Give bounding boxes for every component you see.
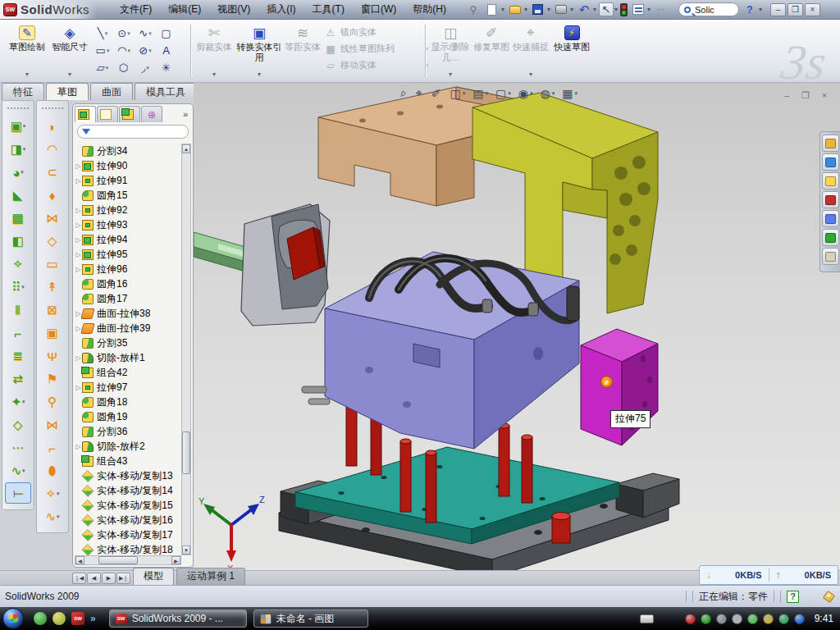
tree-filter-input[interactable] (77, 125, 189, 139)
tray-icon[interactable] (685, 614, 696, 624)
model-base-step-right[interactable] (616, 473, 679, 518)
restore-button[interactable]: ❐ (788, 3, 803, 16)
tool-button[interactable]: ▭ (37, 253, 68, 276)
offset-entities-button[interactable]: ≋ 等距实体 (284, 22, 322, 80)
headsup-icon[interactable]: ⌕ (400, 86, 409, 100)
feature-tree-item[interactable]: 圆角17 (75, 291, 181, 306)
tag-icon[interactable] (823, 590, 835, 602)
tray-icon[interactable] (747, 614, 758, 624)
tool-button[interactable]: ⊠ (37, 299, 68, 322)
status-help-icon[interactable]: ? (787, 591, 799, 603)
tool-button[interactable]: ∿▾ (2, 459, 34, 482)
tool-button[interactable]: ✧▾ (37, 482, 68, 505)
ribbon-tab[interactable]: 特征 (2, 83, 44, 102)
move-entities-button[interactable]: ▱ 移动实体 ▾ (325, 59, 428, 71)
tool-button[interactable]: ◇ (37, 230, 68, 253)
dimxpertmanager-tab[interactable]: ⊕ (141, 106, 162, 122)
search-icon[interactable] (684, 7, 691, 13)
tray-icon[interactable] (732, 614, 742, 624)
input-keyboard-icon[interactable] (640, 614, 654, 623)
task-pane-button[interactable] (822, 248, 839, 265)
tab-scroll-button[interactable]: ◀ (87, 573, 101, 584)
taskbar-window-paint[interactable]: 未命名 - 画图 (253, 609, 368, 628)
tool-button[interactable]: ↟ (37, 276, 68, 299)
tool-button[interactable]: ⠿▾ (2, 276, 34, 299)
taskbar-window-solidworks[interactable]: SW SolidWorks 2009 - ... (109, 609, 247, 628)
trim-entities-button[interactable]: ✄ 剪裁实体 ▾ (195, 22, 233, 80)
voice-command-icon[interactable]: ⋯ (653, 2, 669, 17)
graphics-viewport[interactable]: Y Z X ⌕⌖✐◫▾▤▾▢▾◉▾◍▾▦▾ – ❐ × (194, 83, 840, 570)
smart-dimension-button[interactable]: ◈ 智能尺寸 ▾ (49, 22, 90, 80)
ribbon-tab[interactable]: 模具工具 (135, 83, 197, 102)
tool-button[interactable]: ◇ (2, 413, 34, 436)
tool-button[interactable]: ◨▾ (2, 138, 34, 161)
options-icon[interactable] (630, 2, 646, 17)
extrude-handle-icon[interactable]: ⌀ (600, 376, 613, 388)
sketch-entity-icon[interactable]: ▢ (156, 25, 177, 42)
menu-item[interactable]: 视图(V) (210, 0, 258, 19)
feature-tree-item[interactable]: 实体-移动/复制15 (75, 498, 181, 513)
tool-button[interactable]: ⬮ (37, 459, 68, 482)
tray-icon[interactable] (701, 614, 711, 624)
headsup-icon[interactable]: ▢▾ (495, 87, 511, 100)
study-tab[interactable]: 运动算例 1 (176, 568, 245, 585)
feature-tree-item[interactable]: 实体-移动/复制16 (75, 513, 181, 527)
tool-button[interactable]: ⚑ (37, 368, 68, 390)
feature-tree-item[interactable]: ▷ 曲面-拉伸39 (75, 321, 181, 336)
tool-button[interactable]: ◗ (37, 115, 68, 138)
feature-tree-item[interactable]: 圆角19 (75, 409, 181, 424)
featuremanager-tab[interactable] (75, 106, 96, 122)
configurationmanager-tab[interactable] (119, 106, 140, 122)
task-pane-button[interactable] (822, 191, 839, 208)
menu-item[interactable]: 编辑(E) (161, 0, 208, 19)
model-clamp-block[interactable] (241, 204, 330, 326)
tab-scroll-button[interactable]: ▶❘ (116, 573, 130, 584)
tool-button[interactable]: ◣ (2, 184, 34, 207)
tool-button[interactable]: ◧ (2, 230, 34, 253)
tool-button[interactable]: Ψ (37, 345, 68, 368)
menu-item[interactable]: 插入(I) (259, 0, 303, 19)
feature-tree-item[interactable]: 实体-移动/复制18 (75, 542, 181, 555)
feature-tree-item[interactable]: ▷ 拉伸97 (75, 380, 181, 395)
doc-minimize-button[interactable]: – (779, 89, 794, 101)
instant3d-button-pressed[interactable]: ⟝ (5, 482, 31, 504)
ribbon-tab[interactable]: 曲面 (90, 83, 133, 102)
rebuild-icon[interactable] (620, 3, 628, 16)
print-icon[interactable] (553, 2, 569, 17)
rapid-sketch-button[interactable]: ⚡ 快速草图 (551, 22, 592, 80)
feature-tree-item[interactable]: 圆角16 (75, 276, 181, 291)
tree-vertical-scrollbar[interactable]: ▲▼ (181, 144, 191, 555)
sketch-entity-icon[interactable]: ╲▾ (92, 25, 113, 42)
tool-button[interactable]: ⫴ (2, 299, 34, 322)
feature-tree-item[interactable]: ▷ 拉伸91 (75, 173, 181, 188)
feature-tree-item[interactable]: 分割34 (75, 144, 181, 158)
menu-item[interactable]: 帮助(H) (405, 0, 454, 19)
open-document-icon[interactable] (507, 2, 523, 17)
feature-tree-item[interactable]: ▷ 拉伸93 (75, 217, 181, 232)
tool-button[interactable]: ⌐ (37, 436, 68, 459)
feature-tree-item[interactable]: ▷ 拉伸92 (75, 203, 181, 217)
sketch-entity-icon[interactable]: ▭▾ (92, 42, 113, 59)
tool-button[interactable]: ⋈ (37, 207, 68, 230)
search-input[interactable] (693, 4, 731, 16)
linear-sketch-pattern-button[interactable]: ▦ 线性草图阵列 ▾ (325, 43, 428, 55)
mirror-entities-button[interactable]: ⚠ 镜向实体 (325, 26, 428, 39)
tool-button[interactable]: ✧ (2, 253, 34, 276)
close-button[interactable]: × (805, 3, 820, 16)
headsup-icon[interactable]: ▦▾ (562, 87, 578, 100)
tool-button[interactable]: ⊂ (37, 161, 68, 184)
headsup-icon[interactable]: ◍▾ (540, 87, 555, 100)
tool-button[interactable]: ⚲ (37, 390, 68, 413)
repair-sketch-button[interactable]: ✐ 修复草图 (472, 22, 510, 80)
feature-tree-item[interactable]: 实体-移动/复制14 (75, 483, 181, 498)
start-button[interactable] (2, 608, 24, 629)
tray-icon[interactable] (716, 614, 727, 624)
sketch-entity-icon[interactable]: ◞▾ (135, 59, 156, 76)
tool-button[interactable]: ▣ (37, 322, 68, 345)
menu-item[interactable]: 文件(F) (112, 0, 159, 19)
tool-button[interactable]: ◠ (37, 138, 68, 161)
feature-tree-item[interactable]: 圆角15 (75, 188, 181, 203)
task-pane-button[interactable] (822, 135, 839, 152)
feature-tree-item[interactable]: 分割35 (75, 336, 181, 350)
sketch-entity-icon[interactable]: A (156, 42, 177, 59)
